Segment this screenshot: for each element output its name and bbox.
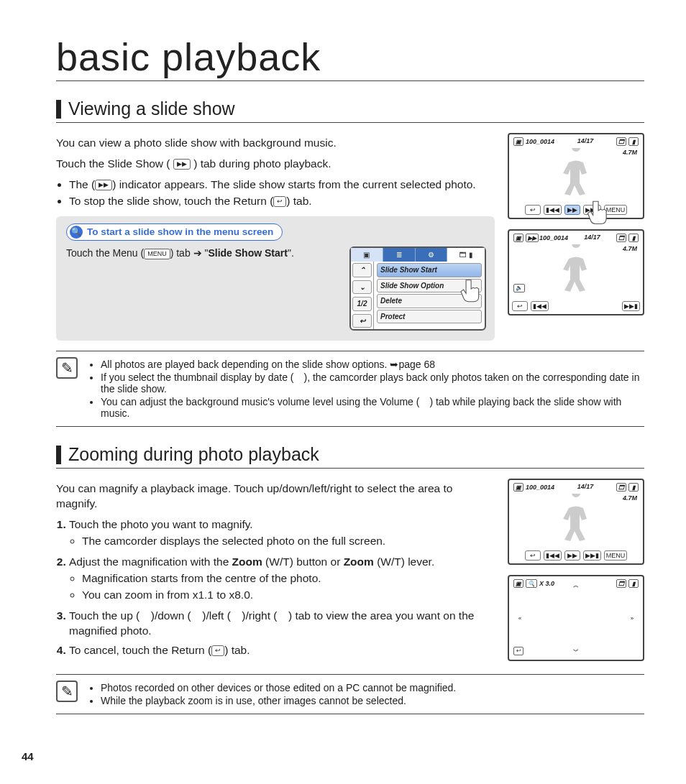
return-icon: ↩ xyxy=(273,196,286,207)
s1-bullet-2: To stop the slide show, touch the Return… xyxy=(69,194,495,209)
prev-button: ▮◀◀ xyxy=(531,301,549,311)
counter-label: 14/17 xyxy=(577,137,594,146)
return-icon: ↩ xyxy=(211,645,224,656)
step-2: Adjust the magnification with the Zoom (… xyxy=(69,555,495,603)
zoom-icon: 🔍 xyxy=(526,579,537,588)
section1-notes: ✎ All photos are played back depending o… xyxy=(56,351,644,427)
camera-screen-4-zoom: ▣🔍X 3.0 🗔▮ ︽ « » ︾ ↩ xyxy=(508,575,644,661)
pointer-hand-icon xyxy=(582,195,616,228)
return-button: ↩ xyxy=(525,205,541,215)
pan-down-button: ︾ xyxy=(571,647,581,655)
prev-button: ▮◀◀ xyxy=(544,550,562,561)
section-2-header: Zooming during photo playback xyxy=(56,444,644,469)
s2-intro: You can magnify a playback image. Touch … xyxy=(56,481,495,512)
slideshow-indicator-icon: ▶▶ xyxy=(526,234,539,242)
return-button: ↩ xyxy=(525,550,541,561)
step-3: Touch the up ( )/down ( )/left ( )/right… xyxy=(69,609,495,639)
slideshow-button: ▶▶ xyxy=(564,205,580,215)
menu-return-button: ↩ xyxy=(352,314,372,328)
menu-page-indicator: 1/2 xyxy=(352,297,372,311)
menu-tab-photo-icon: ▣ xyxy=(351,248,383,262)
page-title: basic playback xyxy=(56,34,644,81)
step-1: Touch the photo you want to magnify. The… xyxy=(69,517,495,549)
note-3: You can adjust the background music's vo… xyxy=(101,396,644,419)
card-icon: 🗔 xyxy=(616,579,626,588)
photo-figure-icon xyxy=(554,494,598,547)
menu-down-button: ⌄ xyxy=(352,280,372,295)
tip-box: 🔍 To start a slide show in the menu scre… xyxy=(56,216,495,341)
note-icon: ✎ xyxy=(56,357,78,379)
s1-intro: You can view a photo slide show with bac… xyxy=(56,136,495,151)
battery-indicator-icon: ▮ xyxy=(628,483,639,492)
battery-icon: 🗔 ▮ xyxy=(447,248,485,262)
camera-screen-3: ▣100_0014 14/17 🗔▮ 4.7M ↩ ▮◀◀ ▶▶ ▶▶▮ MEN… xyxy=(508,479,644,565)
menu-button: MENU xyxy=(604,550,628,561)
counter-label: 14/17 xyxy=(577,483,594,492)
card-icon: 🗔 xyxy=(616,234,626,242)
note-1: All photos are played back depending on … xyxy=(101,359,644,370)
mode-icon: ▣ xyxy=(513,234,523,242)
camera-screen-2: ▣▶▶100_0014 14/17 🗔▮ 4.7M 🔈 ↩ ▮◀◀ ▶▶▮ xyxy=(508,229,644,315)
mode-icon: ▣ xyxy=(513,579,523,588)
page-number: 44 xyxy=(22,750,34,762)
camera-screen-1: ▣100_0014 14/17 🗔▮ 4.7M ↩ ▮◀◀ ▶▶ ▶▶▮ MEN… xyxy=(508,133,644,219)
s1-line2: Touch the Slide Show ( ▶▶ ) tab during p… xyxy=(56,157,495,172)
pan-left-button: « xyxy=(515,614,525,622)
s1-bullet-1: The (▶▶) indicator appears. The slide sh… xyxy=(69,177,495,193)
battery-indicator-icon: ▮ xyxy=(628,137,639,146)
section-bar xyxy=(56,100,61,119)
step-4: To cancel, touch the Return (↩) tab. xyxy=(69,643,495,658)
menu-tab-gear-icon: ⚙ xyxy=(416,248,448,262)
section-bar xyxy=(56,446,61,464)
menu-item-protect: Protect xyxy=(377,310,482,324)
return-button: ↩ xyxy=(512,301,528,311)
card-icon: 🗔 xyxy=(616,483,626,492)
section-1-header: Viewing a slide show xyxy=(56,98,644,123)
menu-up-button: ⌃ xyxy=(352,263,372,277)
magnifier-icon: 🔍 xyxy=(70,226,83,239)
section2-notes: ✎ Photos recorded on other devices or th… xyxy=(56,674,644,714)
mode-icon: ▣ xyxy=(513,483,523,492)
indicator-icon: ▶▶ xyxy=(95,180,112,190)
note-2: If you select the thumbnail display by d… xyxy=(101,372,644,395)
section-1-heading: Viewing a slide show xyxy=(68,98,235,119)
folder-label: 100_0014 xyxy=(539,234,568,241)
tip-text: Touch the Menu (MENU) tab ➔ "Slide Show … xyxy=(66,246,338,260)
menu-tab-list-icon: ≣ xyxy=(383,248,416,262)
return-button: ↩ xyxy=(513,647,523,655)
card-icon: 🗔 xyxy=(616,137,626,146)
tip-header: 🔍 To start a slide show in the menu scre… xyxy=(66,223,283,241)
photo-figure-icon xyxy=(554,148,598,201)
slideshow-button: ▶▶ xyxy=(564,550,580,561)
menu-icon: MENU xyxy=(144,249,170,259)
photo-figure-icon xyxy=(554,244,598,298)
folder-label: 100_0014 xyxy=(526,484,554,491)
volume-button: 🔈 xyxy=(513,284,525,292)
note-icon: ✎ xyxy=(56,681,78,702)
battery-indicator-icon: ▮ xyxy=(628,579,639,588)
battery-indicator-icon: ▮ xyxy=(628,234,639,242)
next-button: ▶▶▮ xyxy=(583,550,601,561)
prev-button: ▮◀◀ xyxy=(544,205,562,215)
next-button: ▶▶▮ xyxy=(622,301,640,311)
section-2-heading: Zooming during photo playback xyxy=(68,444,319,465)
menu-screen-preview: ▣ ≣ ⚙ 🗔 ▮ ⌃ ⌄ 1/2 ↩ Slide Show S xyxy=(349,246,486,331)
counter-label: 14/17 xyxy=(584,234,600,242)
pan-right-button: » xyxy=(627,614,637,622)
zoom-level: X 3.0 xyxy=(539,580,554,587)
note-1: Photos recorded on other devices or thos… xyxy=(101,682,456,693)
pointer-hand-icon xyxy=(456,274,488,305)
pan-up-button: ︽ xyxy=(571,581,581,589)
slideshow-icon: ▶▶ xyxy=(173,159,191,170)
mode-icon: ▣ xyxy=(513,137,523,146)
note-2: While the playback zoom is in use, other… xyxy=(101,695,456,706)
folder-label: 100_0014 xyxy=(526,138,554,145)
